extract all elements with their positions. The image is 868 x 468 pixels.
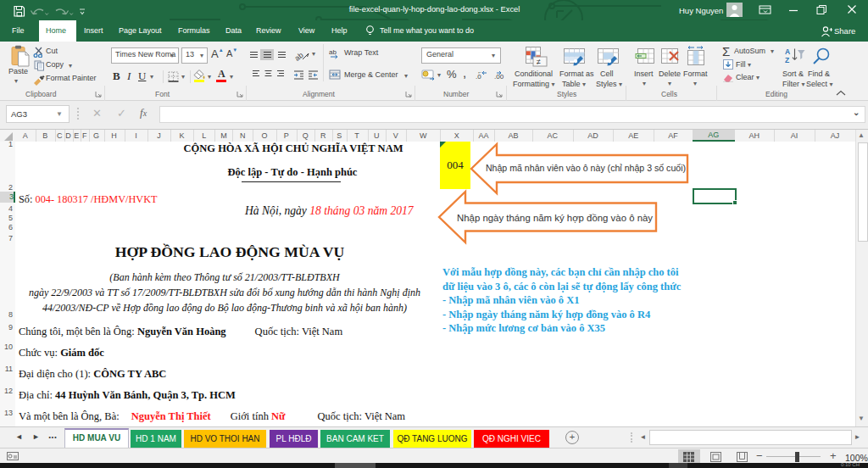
svg-text:Nhập ngày tháng năm ký hợp đồn: Nhập ngày tháng năm ký hợp đồng vào ô nà…: [457, 213, 653, 223]
svg-text:.00: .00: [494, 73, 504, 81]
svg-text:A: A: [785, 47, 790, 56]
svg-text:ab: ab: [329, 48, 337, 56]
svg-text:ab: ab: [294, 51, 305, 61]
svg-text:Nhập mã nhân viên vào ô này (c: Nhập mã nhân viên vào ô này (chỉ nhập 3 …: [486, 163, 686, 173]
svg-text:←: ←: [477, 70, 483, 75]
svg-text:Z: Z: [785, 56, 789, 64]
svg-text:≠: ≠: [537, 58, 541, 66]
